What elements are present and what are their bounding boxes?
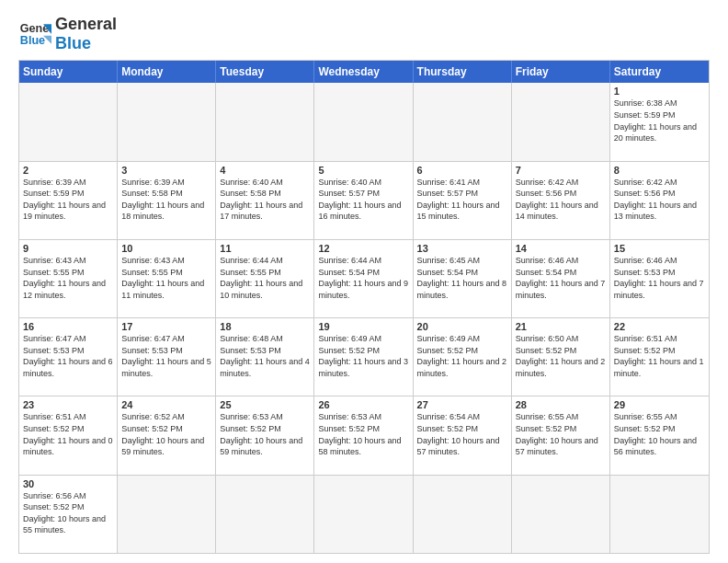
day-number: 19 bbox=[318, 321, 408, 332]
cal-cell: 6Sunrise: 6:41 AM Sunset: 5:57 PM Daylig… bbox=[414, 162, 512, 239]
cal-cell: 22Sunrise: 6:51 AM Sunset: 5:52 PM Dayli… bbox=[610, 318, 709, 396]
cal-row-0: 1Sunrise: 6:38 AM Sunset: 5:59 PM Daylig… bbox=[19, 83, 709, 161]
cal-cell bbox=[512, 476, 610, 553]
cal-cell bbox=[118, 83, 216, 160]
cal-cell: 18Sunrise: 6:48 AM Sunset: 5:53 PM Dayli… bbox=[216, 318, 314, 396]
day-number: 7 bbox=[516, 165, 606, 176]
cell-info: Sunrise: 6:38 AM Sunset: 5:59 PM Dayligh… bbox=[614, 98, 705, 144]
cal-cell bbox=[314, 476, 413, 553]
cal-cell bbox=[512, 83, 610, 160]
header: General Blue General Blue bbox=[18, 15, 710, 52]
cell-info: Sunrise: 6:44 AM Sunset: 5:55 PM Dayligh… bbox=[220, 255, 310, 301]
day-number: 10 bbox=[121, 243, 211, 254]
header-cell-wednesday: Wednesday bbox=[314, 61, 413, 83]
logo-line1: General bbox=[55, 15, 117, 34]
cell-info: Sunrise: 6:55 AM Sunset: 5:52 PM Dayligh… bbox=[614, 411, 705, 457]
cell-info: Sunrise: 6:43 AM Sunset: 5:55 PM Dayligh… bbox=[121, 255, 211, 301]
cal-cell: 11Sunrise: 6:44 AM Sunset: 5:55 PM Dayli… bbox=[216, 240, 314, 317]
cal-cell: 23Sunrise: 6:51 AM Sunset: 5:52 PM Dayli… bbox=[19, 396, 118, 474]
day-number: 21 bbox=[516, 321, 606, 332]
cal-cell: 2Sunrise: 6:39 AM Sunset: 5:59 PM Daylig… bbox=[19, 162, 118, 239]
cell-info: Sunrise: 6:43 AM Sunset: 5:55 PM Dayligh… bbox=[23, 255, 113, 301]
day-number: 16 bbox=[23, 321, 113, 332]
cal-cell: 7Sunrise: 6:42 AM Sunset: 5:56 PM Daylig… bbox=[512, 162, 610, 239]
day-number: 20 bbox=[417, 321, 507, 332]
cal-cell: 14Sunrise: 6:46 AM Sunset: 5:54 PM Dayli… bbox=[512, 240, 610, 317]
day-number: 15 bbox=[614, 243, 705, 254]
logo: General Blue General Blue bbox=[18, 15, 117, 52]
cell-info: Sunrise: 6:42 AM Sunset: 5:56 PM Dayligh… bbox=[516, 177, 606, 223]
cell-info: Sunrise: 6:46 AM Sunset: 5:54 PM Dayligh… bbox=[516, 255, 606, 301]
cal-cell bbox=[414, 476, 512, 553]
day-number: 11 bbox=[220, 243, 310, 254]
cell-info: Sunrise: 6:46 AM Sunset: 5:53 PM Dayligh… bbox=[614, 255, 705, 301]
cal-row-3: 16Sunrise: 6:47 AM Sunset: 5:53 PM Dayli… bbox=[19, 318, 709, 396]
header-cell-friday: Friday bbox=[512, 61, 610, 83]
cell-info: Sunrise: 6:40 AM Sunset: 5:58 PM Dayligh… bbox=[220, 177, 310, 223]
cal-cell: 1Sunrise: 6:38 AM Sunset: 5:59 PM Daylig… bbox=[610, 83, 709, 160]
cal-row-2: 9Sunrise: 6:43 AM Sunset: 5:55 PM Daylig… bbox=[19, 240, 709, 318]
day-number: 9 bbox=[23, 243, 113, 254]
cal-cell: 20Sunrise: 6:49 AM Sunset: 5:52 PM Dayli… bbox=[414, 318, 512, 396]
cell-info: Sunrise: 6:47 AM Sunset: 5:53 PM Dayligh… bbox=[23, 333, 113, 379]
cal-cell: 13Sunrise: 6:45 AM Sunset: 5:54 PM Dayli… bbox=[414, 240, 512, 317]
cal-cell bbox=[216, 83, 314, 160]
generalblue-logo-icon: General Blue bbox=[18, 17, 51, 51]
day-number: 6 bbox=[417, 165, 507, 176]
cal-cell: 8Sunrise: 6:42 AM Sunset: 5:56 PM Daylig… bbox=[610, 162, 709, 239]
day-number: 30 bbox=[23, 478, 113, 489]
cell-info: Sunrise: 6:49 AM Sunset: 5:52 PM Dayligh… bbox=[318, 333, 408, 379]
cal-cell: 21Sunrise: 6:50 AM Sunset: 5:52 PM Dayli… bbox=[512, 318, 610, 396]
day-number: 12 bbox=[318, 243, 408, 254]
day-number: 17 bbox=[121, 321, 211, 332]
cell-info: Sunrise: 6:51 AM Sunset: 5:52 PM Dayligh… bbox=[23, 411, 113, 457]
cell-info: Sunrise: 6:47 AM Sunset: 5:53 PM Dayligh… bbox=[121, 333, 211, 379]
cal-row-4: 23Sunrise: 6:51 AM Sunset: 5:52 PM Dayli… bbox=[19, 396, 709, 475]
cell-info: Sunrise: 6:50 AM Sunset: 5:52 PM Dayligh… bbox=[516, 333, 606, 379]
cell-info: Sunrise: 6:42 AM Sunset: 5:56 PM Dayligh… bbox=[614, 177, 705, 223]
day-number: 27 bbox=[417, 399, 507, 410]
cell-info: Sunrise: 6:53 AM Sunset: 5:52 PM Dayligh… bbox=[318, 411, 408, 457]
cell-info: Sunrise: 6:52 AM Sunset: 5:52 PM Dayligh… bbox=[121, 411, 211, 457]
cal-cell: 10Sunrise: 6:43 AM Sunset: 5:55 PM Dayli… bbox=[118, 240, 216, 317]
cal-cell: 24Sunrise: 6:52 AM Sunset: 5:52 PM Dayli… bbox=[118, 396, 216, 474]
day-number: 26 bbox=[318, 399, 408, 410]
day-number: 8 bbox=[614, 165, 705, 176]
cal-cell bbox=[19, 83, 118, 160]
cell-info: Sunrise: 6:39 AM Sunset: 5:59 PM Dayligh… bbox=[23, 177, 113, 223]
cal-cell: 27Sunrise: 6:54 AM Sunset: 5:52 PM Dayli… bbox=[414, 396, 512, 474]
cal-cell: 4Sunrise: 6:40 AM Sunset: 5:58 PM Daylig… bbox=[216, 162, 314, 239]
cal-cell: 19Sunrise: 6:49 AM Sunset: 5:52 PM Dayli… bbox=[314, 318, 413, 396]
day-number: 29 bbox=[614, 399, 705, 410]
cell-info: Sunrise: 6:55 AM Sunset: 5:52 PM Dayligh… bbox=[516, 411, 606, 457]
cell-info: Sunrise: 6:44 AM Sunset: 5:54 PM Dayligh… bbox=[318, 255, 408, 301]
cal-cell: 28Sunrise: 6:55 AM Sunset: 5:52 PM Dayli… bbox=[512, 396, 610, 474]
day-number: 13 bbox=[417, 243, 507, 254]
cal-cell: 25Sunrise: 6:53 AM Sunset: 5:52 PM Dayli… bbox=[216, 396, 314, 474]
cal-row-1: 2Sunrise: 6:39 AM Sunset: 5:59 PM Daylig… bbox=[19, 162, 709, 240]
cell-info: Sunrise: 6:45 AM Sunset: 5:54 PM Dayligh… bbox=[417, 255, 507, 301]
cell-info: Sunrise: 6:41 AM Sunset: 5:57 PM Dayligh… bbox=[417, 177, 507, 223]
day-number: 18 bbox=[220, 321, 310, 332]
day-number: 14 bbox=[516, 243, 606, 254]
cal-cell: 30Sunrise: 6:56 AM Sunset: 5:52 PM Dayli… bbox=[19, 476, 118, 553]
day-number: 1 bbox=[614, 86, 705, 97]
day-number: 23 bbox=[23, 399, 113, 410]
cal-cell: 26Sunrise: 6:53 AM Sunset: 5:52 PM Dayli… bbox=[314, 396, 413, 474]
day-number: 25 bbox=[220, 399, 310, 410]
header-cell-monday: Monday bbox=[118, 61, 216, 83]
cal-row-5: 30Sunrise: 6:56 AM Sunset: 5:52 PM Dayli… bbox=[19, 476, 709, 553]
cal-cell: 16Sunrise: 6:47 AM Sunset: 5:53 PM Dayli… bbox=[19, 318, 118, 396]
cell-info: Sunrise: 6:56 AM Sunset: 5:52 PM Dayligh… bbox=[23, 490, 113, 536]
cal-cell: 17Sunrise: 6:47 AM Sunset: 5:53 PM Dayli… bbox=[118, 318, 216, 396]
day-number: 3 bbox=[121, 165, 211, 176]
cal-cell: 29Sunrise: 6:55 AM Sunset: 5:52 PM Dayli… bbox=[610, 396, 709, 474]
cell-info: Sunrise: 6:53 AM Sunset: 5:52 PM Dayligh… bbox=[220, 411, 310, 457]
cal-cell bbox=[610, 476, 709, 553]
cell-info: Sunrise: 6:39 AM Sunset: 5:58 PM Dayligh… bbox=[121, 177, 211, 223]
cell-info: Sunrise: 6:51 AM Sunset: 5:52 PM Dayligh… bbox=[614, 333, 705, 379]
header-cell-tuesday: Tuesday bbox=[216, 61, 314, 83]
cal-cell: 9Sunrise: 6:43 AM Sunset: 5:55 PM Daylig… bbox=[19, 240, 118, 317]
day-number: 4 bbox=[220, 165, 310, 176]
day-number: 22 bbox=[614, 321, 705, 332]
